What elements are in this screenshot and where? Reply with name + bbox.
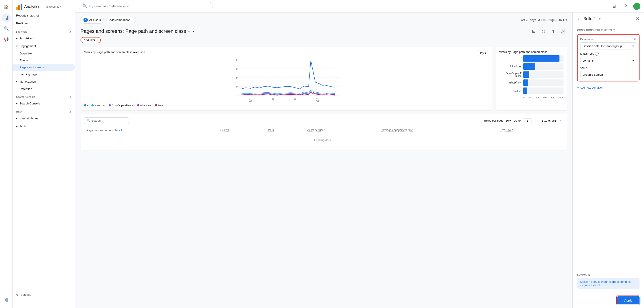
settings-nav[interactable]: ⚙ Settings xyxy=(12,290,75,299)
report-title-chevron[interactable]: ▾ xyxy=(193,30,194,33)
filter-panel-back-button[interactable]: ← xyxy=(577,16,582,21)
line-chart-svg: 8K 6K 4K 2K 0 14 Jul 21 28 04 Aug xyxy=(84,58,488,102)
col-add-icon[interactable]: + xyxy=(120,128,122,132)
line-chart-panel: Views by Page path and screen class over… xyxy=(80,47,492,110)
next-page-button[interactable]: › xyxy=(557,118,564,124)
match-value: contains xyxy=(583,59,594,62)
col-header-views-per-user[interactable]: Views per user xyxy=(304,127,379,134)
all-accounts-selector[interactable]: All accounts ▾ xyxy=(43,4,62,9)
col-header-views[interactable]: ↓ Views xyxy=(217,127,264,134)
search-console-chevron[interactable]: ∧ xyxy=(69,95,72,99)
insights-icon[interactable]: ◎ xyxy=(539,27,548,35)
help-icon[interactable]: ? xyxy=(595,52,598,56)
avatar[interactable] xyxy=(633,3,640,10)
settings-icon[interactable]: ⚙️ xyxy=(2,296,11,305)
sidebar-item-realtime[interactable]: Realtime xyxy=(12,19,75,27)
sidebar-item-tech[interactable]: ▸ Tech xyxy=(12,122,75,130)
home-icon[interactable]: 🏠 xyxy=(2,3,11,11)
search-input[interactable] xyxy=(89,4,209,8)
col-header-page-path[interactable]: Page path and screen class + xyxy=(84,127,217,134)
filter-bar: A All Users Add comparison + Last 28 day… xyxy=(80,16,567,24)
rows-value: 10 xyxy=(506,119,509,122)
svg-text:Aug: Aug xyxy=(316,100,319,102)
sidebar-item-acquisition[interactable]: ▸ Acquisition xyxy=(12,34,75,42)
sidebar-item-reports-snapshot[interactable]: Reports snapshot xyxy=(12,11,75,19)
col-header-event[interactable]: Eve... All e... xyxy=(498,127,564,134)
legend-apparel: /shop/apparel/mens xyxy=(109,104,134,107)
sidebar-item-search-console[interactable]: ▸ Search Console xyxy=(12,100,75,107)
match-chevron: ▾ xyxy=(632,59,634,62)
svg-text:21: 21 xyxy=(272,98,274,100)
retention-label: Retention xyxy=(20,87,32,91)
sidebar-item-overview[interactable]: Overview xyxy=(12,50,75,57)
collapse-nav-button[interactable]: ‹ xyxy=(12,299,75,308)
col-header-users[interactable]: Users xyxy=(264,127,304,134)
user-chevron[interactable]: ∧ xyxy=(69,110,72,114)
customize-icon[interactable]: 📈 xyxy=(559,27,567,35)
table-search[interactable]: 🔍 xyxy=(84,117,129,124)
table-search-input[interactable] xyxy=(92,119,126,122)
dimension-chevron: ▾ xyxy=(632,44,634,48)
axis-20k: 20K xyxy=(528,96,532,99)
match-select[interactable]: contains ▾ xyxy=(580,57,636,64)
user-section: User ∧ xyxy=(12,107,75,115)
sidebar-item-user-attributes[interactable]: ▸ User attributes xyxy=(12,115,75,122)
col-header-avg-engagement[interactable]: Average engagement time xyxy=(379,127,498,134)
share-icon[interactable]: ⬆ xyxy=(549,27,557,35)
app-header: Analytics All accounts ▾ xyxy=(12,0,75,11)
sidebar-item-landing-page[interactable]: Landing page xyxy=(12,71,75,78)
bar-fill-checkout xyxy=(523,63,535,70)
filter-panel-body: CONDITIONS (BUILD UP TO 5) Dimension ⧉ S… xyxy=(573,25,644,270)
summary-text: Session default channel group contains '… xyxy=(580,280,630,287)
add-condition-button[interactable]: + Add new condition xyxy=(577,84,640,91)
value-input[interactable] xyxy=(580,71,636,78)
explore-icon[interactable]: 🔍 xyxy=(2,24,11,33)
rows-select[interactable]: 10 ▾ xyxy=(506,119,511,122)
date-range-selector[interactable]: Last 28 days Jul 10 - Aug 6, 2024 ▾ xyxy=(520,18,567,22)
sidebar-item-monetization[interactable]: ▸ Monetization xyxy=(12,78,75,85)
bar-track-shop-new xyxy=(523,79,564,86)
filter-panel-close-button[interactable]: ✕ xyxy=(636,16,640,21)
main-content: 🔍 ⊞ ? A All Users Add comparison xyxy=(75,0,644,308)
table-search-icon: 🔍 xyxy=(86,119,90,122)
sidebar-item-retention[interactable]: Retention xyxy=(12,85,75,92)
match-type-label: Match Type xyxy=(580,52,594,55)
dimension-select[interactable]: Session default channel group ▾ xyxy=(580,42,636,50)
prev-page-button[interactable]: ‹ xyxy=(534,118,541,124)
sidebar-item-events[interactable]: Events xyxy=(12,57,75,64)
search-box[interactable]: 🔍 xyxy=(79,2,213,10)
rows-per-page: Rows per page: 10 ▾ xyxy=(484,119,511,122)
help-icon[interactable]: ? xyxy=(622,2,630,10)
legend-label-search: /search xyxy=(158,104,166,107)
collapse-icon: ▾ xyxy=(16,44,18,48)
line-chart-title: Views by Page path and screen class over… xyxy=(84,50,145,54)
all-users-chip[interactable]: A All Users xyxy=(80,16,104,24)
bar-row-search: /search xyxy=(499,88,564,94)
goto-input[interactable] xyxy=(523,118,532,123)
chart-compare-icon[interactable]: ⊟ xyxy=(530,27,538,35)
bar-label-checkout: /checkout xyxy=(499,65,522,68)
advertise-icon[interactable]: 📢 xyxy=(2,35,11,44)
acquisition-label: Acquisition xyxy=(20,37,34,40)
bar-fill-apparel xyxy=(523,71,529,78)
add-filter-button[interactable]: Add filter + xyxy=(80,37,101,43)
realtime-label: Realtime xyxy=(16,22,28,25)
add-comparison-button[interactable]: Add comparison + xyxy=(106,17,136,23)
day-selector[interactable]: Day ▾ xyxy=(477,50,488,56)
logo-bar-1 xyxy=(16,7,18,10)
plus-icon: + xyxy=(131,18,133,22)
user-section-label: User xyxy=(16,111,22,113)
reports-icon[interactable]: 📊 xyxy=(2,13,11,22)
lifecycle-chevron[interactable]: ∧ xyxy=(69,30,72,33)
expand-icon5: ▸ xyxy=(16,125,18,128)
sidebar-item-engagement[interactable]: ▾ Engagement xyxy=(12,42,75,50)
table-area: 🔍 Rows per page: 10 ▾ Go to: xyxy=(80,114,567,150)
apply-button[interactable]: Apply xyxy=(617,297,640,305)
waffle-menu-icon[interactable]: ⊞ xyxy=(610,2,618,10)
bar-row-checkout: /checkout xyxy=(499,63,564,70)
lifecycle-section: Life cycle ∧ xyxy=(12,27,75,34)
copy-icon[interactable]: ⧉ xyxy=(634,37,636,41)
svg-text:Jul: Jul xyxy=(249,100,252,102)
sidebar-item-pages-screens[interactable]: Pages and screens xyxy=(12,64,75,71)
legend-checkout: /checkout xyxy=(92,104,105,107)
